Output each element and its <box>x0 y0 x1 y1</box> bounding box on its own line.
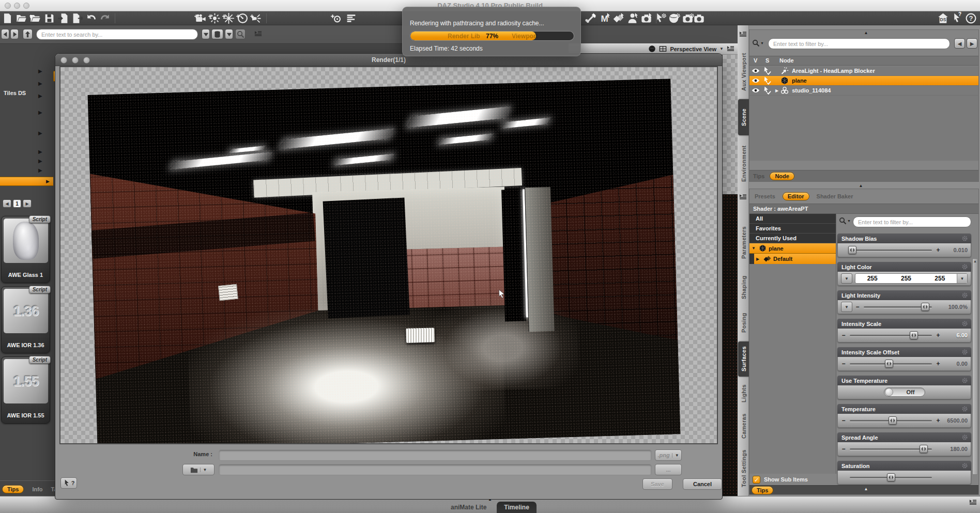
chevron-down-icon[interactable]: ▼ <box>957 274 967 283</box>
shader-settings-icon[interactable] <box>668 13 679 24</box>
undo-icon[interactable] <box>86 13 97 24</box>
scroll-up-icon[interactable]: ▲ <box>864 487 868 491</box>
database-button[interactable] <box>211 29 223 39</box>
create-spotlight-icon[interactable] <box>237 13 248 24</box>
category-currently-used[interactable]: Currently Used <box>749 234 836 243</box>
property-value[interactable]: 0.010 <box>941 247 968 253</box>
dock-tab-parameters[interactable]: Parameters <box>738 219 749 267</box>
viewport-camera-label[interactable]: Perspective View <box>670 46 716 52</box>
new-file-icon[interactable] <box>2 13 13 24</box>
page-next-button[interactable]: ▶ <box>23 199 32 208</box>
show-sub-items-checkbox[interactable]: ✓ <box>753 476 760 484</box>
scene-list-icon[interactable] <box>346 13 357 24</box>
create-camera-icon[interactable] <box>195 13 206 24</box>
dock-tab-shaping[interactable]: Shaping <box>738 270 749 304</box>
create-node-icon[interactable] <box>332 13 343 24</box>
export-icon[interactable] <box>72 13 83 24</box>
gear-icon[interactable] <box>961 292 968 299</box>
nav-back-button[interactable] <box>1 29 9 39</box>
color-g[interactable]: 255 <box>889 275 923 282</box>
scene-nav-forward-button[interactable]: ▶ <box>967 38 977 49</box>
color-value-field[interactable]: 255255255▼ <box>855 273 968 284</box>
tree-expander-icon[interactable]: ▶ <box>38 167 44 173</box>
surfaces-tips-tab[interactable]: Tips <box>752 486 773 494</box>
help-icon[interactable]: ? <box>966 13 976 24</box>
dock-tab-environment[interactable]: Environment <box>738 138 749 189</box>
color-r[interactable]: 255 <box>855 275 889 282</box>
gear-icon[interactable] <box>961 434 968 441</box>
value-dropdown-button[interactable]: ▼ <box>841 302 852 312</box>
decrement-button[interactable]: − <box>841 360 846 367</box>
scroll-up-icon[interactable]: ▲ <box>864 30 868 35</box>
increment-button[interactable]: + <box>936 360 941 367</box>
search-options-button[interactable] <box>202 29 210 39</box>
gear-icon[interactable] <box>961 320 968 327</box>
camera-settings-icon[interactable] <box>682 13 693 24</box>
search-go-button[interactable] <box>235 29 246 39</box>
scene-nav-back-button[interactable]: ◀ <box>954 38 965 49</box>
expand-icon[interactable]: ▶ <box>775 88 778 93</box>
eye-icon[interactable] <box>752 67 760 75</box>
surface-tree-default[interactable]: ▶Default <box>754 254 836 264</box>
dock-tab-scene[interactable]: Scene <box>738 99 749 135</box>
decrement-button[interactable]: − <box>841 417 846 424</box>
nav-up-button[interactable] <box>23 29 33 39</box>
gear-icon[interactable] <box>961 462 968 469</box>
cursor-check-icon[interactable] <box>763 86 771 95</box>
value-dropdown-button[interactable]: ▼ <box>841 273 852 284</box>
tree-expander-icon[interactable]: ▶ <box>38 81 44 86</box>
joint-editor-icon[interactable] <box>585 13 596 24</box>
page-number[interactable]: 1 <box>13 199 21 208</box>
scene-node-tab[interactable]: Node <box>770 172 794 180</box>
expand-icon[interactable]: ▶ <box>756 257 761 261</box>
decrement-button[interactable]: − <box>841 445 846 453</box>
slider-handle[interactable] <box>921 303 929 311</box>
pane-menu-icon[interactable] <box>739 193 747 201</box>
slider-handle[interactable] <box>887 473 895 481</box>
folder-button[interactable]: ▼ <box>182 464 215 475</box>
surface-tree-plane[interactable]: ▼plane <box>749 243 836 254</box>
tree-expander-icon[interactable]: ▶ <box>38 93 44 99</box>
gear-icon[interactable] <box>961 377 968 384</box>
scene-node-row[interactable]: AreaLight - HeadLamp Blocker <box>749 66 978 76</box>
eye-icon[interactable] <box>752 76 760 85</box>
eye-icon[interactable] <box>752 86 760 95</box>
figure-mixer-icon[interactable]: M <box>599 13 610 24</box>
cursor-check-icon[interactable] <box>763 67 771 75</box>
script-tile[interactable]: ScriptAWE Glass 1 <box>1 216 50 283</box>
dock-tab-lights[interactable]: Lights <box>738 380 749 408</box>
save-as-icon[interactable] <box>30 13 41 24</box>
slider-handle[interactable] <box>848 246 856 254</box>
tree-expander-icon[interactable]: ▶ <box>38 110 44 115</box>
ds-home-icon[interactable]: DS <box>938 13 948 24</box>
category-all[interactable]: All <box>749 214 836 224</box>
scene-tips-tab[interactable]: Tips <box>753 173 764 179</box>
tool-settings-icon[interactable] <box>654 13 665 24</box>
create-distant-light-icon[interactable] <box>209 13 220 24</box>
collapse-icon[interactable]: ▼ <box>752 246 757 251</box>
viewport-style-icon[interactable] <box>648 45 656 53</box>
scene-node-row[interactable]: plane <box>749 76 978 86</box>
splitter-arrow-icon[interactable]: ▲ <box>859 183 863 188</box>
property-filter-input[interactable] <box>853 216 971 227</box>
nav-forward-button[interactable] <box>10 29 19 39</box>
open-file-icon[interactable] <box>16 13 27 24</box>
gear-icon[interactable] <box>961 263 968 270</box>
node-selector-icon[interactable] <box>627 13 638 24</box>
pane-menu-icon[interactable] <box>969 499 977 506</box>
render-window-titlebar[interactable]: Render(1/1) <box>55 54 722 66</box>
decrement-button[interactable]: − <box>855 303 860 310</box>
property-value[interactable]: 180.00 <box>941 446 968 452</box>
format-dropdown[interactable]: .png ▼ <box>655 449 682 461</box>
gear-icon[interactable] <box>961 349 968 355</box>
slider-track[interactable] <box>850 420 932 422</box>
browse-button[interactable]: ... <box>655 464 682 475</box>
page-prev-button[interactable]: ◀ <box>3 199 11 208</box>
create-point-light-icon[interactable] <box>223 13 234 24</box>
dock-tab-surfaces[interactable]: Surfaces <box>738 341 749 377</box>
script-tile[interactable]: 1.36ScriptAWE IOR 1.36 <box>1 286 50 353</box>
dock-tab-aux-viewport[interactable]: Aux Viewport <box>738 47 749 97</box>
property-value[interactable]: 0.00 <box>941 361 968 367</box>
dock-tab-cameras[interactable]: Cameras <box>738 411 749 442</box>
import-icon[interactable] <box>58 13 69 24</box>
